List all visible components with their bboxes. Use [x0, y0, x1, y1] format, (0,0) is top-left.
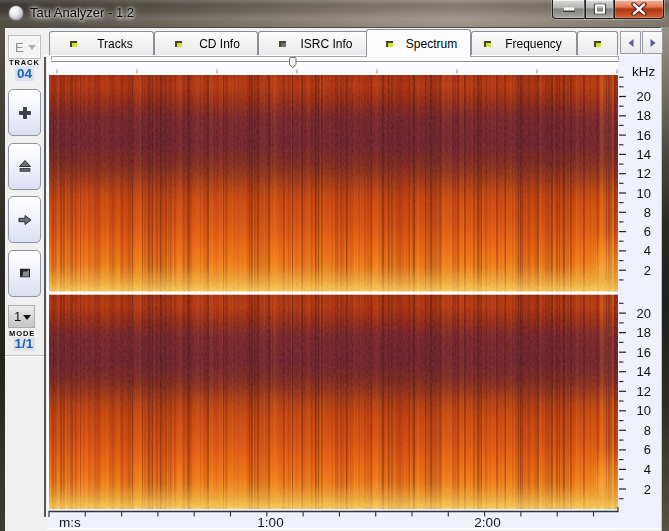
svg-text:6: 6 — [644, 442, 651, 457]
svg-text:6: 6 — [644, 224, 651, 239]
svg-text:14: 14 — [637, 147, 651, 162]
svg-text:16: 16 — [637, 345, 651, 360]
svg-text:10: 10 — [637, 403, 651, 418]
svg-text:18: 18 — [637, 108, 651, 123]
svg-text:14: 14 — [637, 364, 651, 379]
svg-text:10: 10 — [637, 186, 651, 201]
svg-text:kHz: kHz — [632, 64, 655, 79]
svg-text:12: 12 — [637, 384, 651, 399]
svg-text:2: 2 — [644, 482, 651, 497]
svg-text:20: 20 — [637, 306, 651, 321]
svg-text:1:00: 1:00 — [257, 515, 283, 530]
svg-text:18: 18 — [637, 325, 651, 340]
svg-text:8: 8 — [644, 423, 651, 438]
svg-text:12: 12 — [637, 166, 651, 181]
svg-text:4: 4 — [644, 243, 651, 258]
svg-text:20: 20 — [637, 89, 651, 104]
svg-text:8: 8 — [644, 205, 651, 220]
svg-text:16: 16 — [637, 128, 651, 143]
svg-text:m:s: m:s — [59, 515, 81, 530]
svg-text:2:00: 2:00 — [474, 515, 500, 530]
svg-text:2: 2 — [644, 263, 651, 278]
svg-text:4: 4 — [644, 462, 651, 477]
